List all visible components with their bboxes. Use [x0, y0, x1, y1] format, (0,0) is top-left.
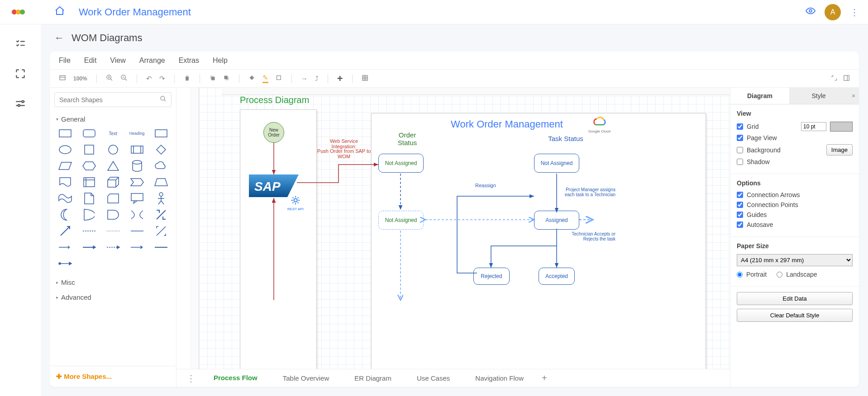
menu-file[interactable]: File [59, 57, 71, 65]
kebab-menu-icon[interactable]: ⋮ [850, 7, 859, 18]
zoom-in-icon[interactable] [106, 74, 113, 83]
tab-er-diagram[interactable]: ER Diagram [342, 370, 404, 387]
background-checkbox[interactable] [737, 147, 743, 153]
shape-link-line[interactable] [150, 240, 172, 254]
shape-triangle[interactable] [102, 159, 124, 173]
shape-dir-line[interactable] [54, 240, 76, 254]
shape-bidir-diag-thin[interactable] [150, 224, 172, 238]
settings-sliders-icon[interactable] [14, 98, 26, 109]
conn-arrows-checkbox[interactable] [737, 192, 743, 198]
tab-add-icon[interactable]: + [536, 373, 553, 383]
section-general[interactable]: General [50, 112, 176, 127]
expand-icon[interactable] [831, 75, 838, 83]
shape-arrow-diag[interactable] [54, 224, 76, 238]
shape-diamond[interactable] [150, 143, 172, 156]
paper-size-select[interactable]: A4 (210 mm x 297 mm) [737, 254, 853, 266]
menu-help[interactable]: Help [213, 57, 228, 65]
shape-link-solid-arrow[interactable] [78, 240, 100, 254]
shape-link-dot-arrow[interactable] [54, 257, 76, 270]
section-misc[interactable]: Misc [50, 275, 176, 290]
tab-navigation-flow[interactable]: Navigation Flow [463, 370, 536, 387]
shape-callout[interactable] [126, 192, 148, 205]
zoom-fit-icon[interactable]: 100% [73, 75, 87, 82]
shape-trapezoid[interactable] [150, 175, 172, 189]
edit-data-button[interactable]: Edit Data [737, 292, 853, 305]
avatar[interactable]: A [825, 4, 841, 20]
landscape-radio[interactable] [777, 272, 782, 278]
shape-process[interactable] [126, 143, 148, 156]
menu-extras[interactable]: Extras [179, 57, 199, 65]
shape-line-dashed[interactable] [78, 224, 100, 238]
shadow-icon[interactable] [276, 75, 282, 83]
shape-cloud[interactable] [150, 159, 172, 173]
node-order-not-assigned[interactable]: Not Assigned [378, 154, 424, 173]
preview-icon[interactable] [806, 6, 816, 18]
image-button[interactable]: Image [826, 144, 853, 156]
home-icon[interactable] [54, 5, 65, 19]
conn-points-checkbox[interactable] [737, 202, 743, 208]
shape-text[interactable]: Text [102, 127, 124, 140]
grid-checkbox[interactable] [737, 123, 743, 130]
shape-step[interactable] [126, 175, 148, 189]
tab-style[interactable]: Style [789, 88, 848, 104]
shape-circle[interactable] [102, 143, 124, 156]
shape-hexagon[interactable] [78, 159, 100, 173]
close-panel-icon[interactable]: × [848, 88, 859, 104]
portrait-radio[interactable] [737, 272, 743, 278]
shape-note[interactable] [78, 192, 100, 205]
shape-link-dashed-arrow[interactable] [102, 240, 124, 254]
zoom-out-icon[interactable] [120, 74, 128, 83]
to-front-icon[interactable] [209, 75, 216, 83]
table-icon[interactable] [362, 75, 368, 83]
node-order-not-assigned-2[interactable]: Not Assigned [378, 211, 424, 230]
node-task-not-assigned[interactable]: Not Assigned [534, 154, 579, 173]
shape-line[interactable] [126, 224, 148, 238]
shape-tape[interactable] [54, 192, 76, 205]
add-icon[interactable]: + [337, 73, 343, 85]
clear-style-button[interactable]: Clear Default Style [737, 309, 853, 322]
fullscreen-icon[interactable] [14, 68, 26, 80]
menu-edit[interactable]: Edit [84, 57, 97, 65]
shape-actor[interactable] [150, 192, 172, 205]
tab-menu-icon[interactable]: ⋮ [181, 373, 201, 384]
shape-data-store[interactable] [126, 208, 148, 222]
format-panel-icon[interactable] [843, 75, 850, 83]
more-shapes-button[interactable]: ✚ More Shapes... [50, 366, 176, 387]
search-icon[interactable] [160, 95, 167, 104]
shape-parallelogram[interactable] [54, 159, 76, 173]
node-rejected[interactable]: Rejected [473, 268, 510, 285]
tab-table-overview[interactable]: Table Overview [270, 370, 342, 387]
tab-use-cases[interactable]: Use Cases [404, 370, 463, 387]
undo-icon[interactable]: ↶ [146, 75, 152, 83]
back-arrow-icon[interactable]: ← [54, 32, 64, 44]
shape-moon[interactable] [54, 208, 76, 222]
shape-square[interactable] [78, 143, 100, 156]
waypoint-icon[interactable]: ⤴ [315, 75, 319, 82]
shape-link-open-arrow[interactable] [126, 240, 148, 254]
node-accepted[interactable]: Accepted [539, 268, 575, 285]
shape-internal-storage[interactable] [78, 175, 100, 189]
to-back-icon[interactable] [223, 75, 230, 83]
shape-cube[interactable] [102, 175, 124, 189]
delete-icon[interactable] [184, 75, 191, 83]
search-input[interactable] [59, 96, 160, 104]
shape-rounded-rect[interactable] [78, 127, 100, 140]
fill-color-icon[interactable] [248, 75, 255, 83]
shape-card[interactable] [102, 192, 124, 205]
shape-or[interactable] [78, 208, 100, 222]
shape-arrow-bidir-diag[interactable] [150, 208, 172, 222]
tab-diagram[interactable]: Diagram [730, 88, 789, 104]
shapes-search[interactable] [54, 92, 172, 107]
shape-ellipse[interactable] [54, 143, 76, 156]
tab-process-flow[interactable]: Process Flow [201, 369, 270, 387]
view-mode-icon[interactable] [59, 74, 66, 83]
pageview-checkbox[interactable] [737, 135, 743, 141]
line-color-icon[interactable]: ✎ [262, 74, 268, 83]
shape-rect[interactable] [54, 127, 76, 140]
grid-color-swatch[interactable] [830, 122, 853, 132]
shape-heading[interactable]: Heading [126, 127, 148, 140]
menu-view[interactable]: View [110, 57, 125, 65]
connection-icon[interactable]: → [301, 75, 308, 82]
canvas[interactable]: Process Diagram New Order [199, 88, 730, 369]
menu-arrange[interactable]: Arrange [139, 57, 165, 65]
